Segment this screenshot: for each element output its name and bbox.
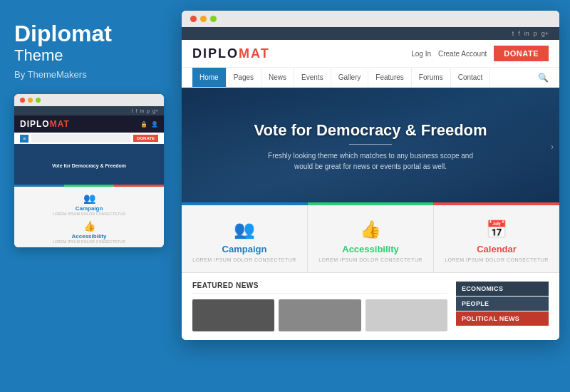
- large-accessibility-sub: LOREM IPSUM DOLOR CONSECTETUR: [315, 257, 426, 262]
- large-campaign-title: Campaign: [189, 244, 300, 254]
- small-user-icon: 👤: [151, 121, 158, 128]
- large-campaign-icon: 👥: [189, 220, 300, 239]
- theme-name: Diplomat: [14, 21, 164, 46]
- small-browser-bar: [14, 94, 164, 106]
- large-search-icon[interactable]: 🔍: [538, 73, 549, 83]
- small-site-header: DIPLOMAT 🔒 👤: [14, 115, 164, 133]
- small-features: 👥 Campaign LOREM IPSUM DOLOR CONSECTETUR…: [14, 187, 164, 247]
- large-featured-news-title: FEATURED NEWS: [192, 282, 447, 294]
- large-facebook-icon: f: [518, 30, 520, 37]
- large-hero-bar-green: [308, 202, 434, 205]
- large-nav-news[interactable]: News: [261, 68, 294, 87]
- large-gplus-icon: g+: [542, 30, 549, 37]
- large-sidebar-people[interactable]: PEOPLE: [456, 296, 549, 311]
- large-dot-yellow: [200, 16, 207, 22]
- small-feature-accessibility: 👍 Accessibility LOREM IPSUM DOLOR CONSEC…: [20, 220, 158, 244]
- small-campaign-sub: LOREM IPSUM DOLOR CONSECTETUR: [20, 212, 158, 216]
- small-logo: DIPLOMAT: [20, 119, 70, 129]
- large-linkedin-icon: in: [524, 30, 529, 37]
- large-browser-bar: [182, 11, 559, 27]
- large-nav-events[interactable]: Events: [294, 68, 331, 87]
- large-nav: Home Pages News Events Gallery Features …: [182, 68, 559, 88]
- small-pinterest-icon: p: [147, 108, 150, 113]
- small-hero-bar-blue: [14, 185, 64, 187]
- large-logo: DIPLOMAT: [192, 46, 270, 61]
- large-site-header: DIPLOMAT Log In Create Account DONATE: [182, 40, 559, 68]
- large-bottom-section: FEATURED NEWS ECONOMICS PEOPLE POLITICAL…: [182, 273, 559, 340]
- small-twitter-icon: t: [132, 108, 133, 113]
- small-dot-green: [36, 98, 41, 103]
- large-news-img-3: [366, 299, 447, 331]
- small-campaign-title: Campaign: [20, 205, 158, 212]
- large-pinterest-icon: p: [534, 30, 537, 37]
- large-header-right: Log In Create Account DONATE: [411, 46, 549, 61]
- large-hero-subtitle-line2: would be great for news or events portal…: [254, 161, 487, 172]
- large-browser-mockup: t f in p g+ DIPLOMAT Log In Create Accou…: [182, 11, 559, 340]
- small-accessibility-icon: 👍: [20, 220, 158, 232]
- large-calendar-title: Calendar: [441, 244, 552, 254]
- large-hero: Vote for Democracy & Freedom Freshly loo…: [182, 88, 559, 205]
- small-hero-bar-red: [114, 185, 164, 187]
- small-donate-button[interactable]: DONATE: [133, 135, 158, 142]
- large-featured-news: FEATURED NEWS: [192, 282, 447, 331]
- large-campaign-sub: LOREM IPSUM DOLOR CONSECTETUR: [189, 257, 300, 262]
- large-feature-campaign: 👥 Campaign LOREM IPSUM DOLOR CONSECTETUR: [182, 205, 308, 272]
- small-lock-icon: 🔒: [140, 121, 147, 128]
- large-calendar-icon: 📅: [441, 220, 552, 239]
- large-donate-button[interactable]: DONATE: [494, 46, 549, 61]
- small-browser-mockup: t f in p g+ DIPLOMAT 🔒 👤 ≡ DONATE Vote f…: [14, 94, 164, 247]
- small-hero-bar-green: [64, 185, 114, 187]
- small-dot-red: [20, 98, 25, 103]
- theme-subtitle: Theme: [14, 46, 164, 65]
- large-feature-calendar: 📅 Calendar LOREM IPSUM DOLOR CONSECTETUR: [434, 205, 559, 272]
- large-nav-features[interactable]: Features: [368, 68, 411, 87]
- small-hero-bar: [14, 185, 164, 187]
- large-nav-home[interactable]: Home: [192, 68, 227, 87]
- large-dot-red: [190, 16, 197, 22]
- small-nav-bar: ≡ DONATE: [14, 133, 164, 144]
- large-login-link[interactable]: Log In: [411, 50, 431, 58]
- small-accessibility-title: Accessibility: [20, 233, 158, 239]
- large-hero-divider: [349, 144, 392, 145]
- small-hero: Vote for Democracy & Freedom: [14, 144, 164, 187]
- large-hero-bar-blue: [182, 202, 308, 205]
- large-accessibility-icon: 👍: [315, 220, 426, 239]
- small-campaign-icon: 👥: [20, 192, 158, 204]
- large-accessibility-title: Accessibility: [315, 244, 426, 254]
- small-hero-text: Vote for Democracy & Freedom: [52, 163, 126, 168]
- large-create-account-link[interactable]: Create Account: [438, 50, 487, 58]
- large-nav-gallery[interactable]: Gallery: [331, 68, 369, 87]
- large-news-images: [192, 299, 447, 331]
- large-hero-bar: [182, 202, 559, 205]
- small-search-bar: [31, 134, 130, 143]
- small-topbar: t f in p g+: [14, 106, 164, 115]
- large-sidebar-economics[interactable]: ECONOMICS: [456, 282, 549, 296]
- large-dot-green: [210, 16, 217, 22]
- large-topbar: t f in p g+: [182, 27, 559, 40]
- left-panel: Diplomat Theme By ThemeMakers t f in p g…: [14, 21, 164, 247]
- large-sidebar: ECONOMICS PEOPLE POLITICAL NEWS: [456, 282, 549, 331]
- small-feature-campaign: 👥 Campaign LOREM IPSUM DOLOR CONSECTETUR: [20, 192, 158, 216]
- large-nav-forums[interactable]: Forums: [412, 68, 451, 87]
- large-hero-content: Vote for Democracy & Freedom Freshly loo…: [254, 121, 487, 172]
- small-hamburger-icon: ≡: [20, 135, 28, 143]
- large-hero-title: Vote for Democracy & Freedom: [254, 121, 487, 140]
- large-hero-arrow-icon[interactable]: ›: [551, 142, 554, 152]
- large-features: 👥 Campaign LOREM IPSUM DOLOR CONSECTETUR…: [182, 205, 559, 273]
- large-hero-subtitle-line1: Freshly looking theme which matches to a…: [254, 150, 487, 161]
- small-linkedin-icon: in: [140, 108, 144, 113]
- large-nav-contact[interactable]: Contact: [451, 68, 490, 87]
- small-facebook-icon: f: [136, 108, 138, 113]
- large-news-img-2: [279, 299, 361, 331]
- large-news-img-1: [192, 299, 274, 331]
- large-feature-accessibility: 👍 Accessibility LOREM IPSUM DOLOR CONSEC…: [308, 205, 434, 272]
- theme-author: By ThemeMakers: [14, 69, 164, 80]
- small-header-icons: 🔒 👤: [140, 121, 158, 128]
- small-dot-yellow: [28, 98, 33, 103]
- large-twitter-icon: t: [512, 30, 514, 37]
- large-hero-bar-red: [433, 202, 559, 205]
- large-nav-pages[interactable]: Pages: [227, 68, 261, 87]
- large-calendar-sub: LOREM IPSUM DOLOR CONSECTETUR: [441, 257, 552, 262]
- small-accessibility-sub: LOREM IPSUM DOLOR CONSECTETUR: [20, 239, 158, 244]
- large-sidebar-political-news[interactable]: POLITICAL NEWS: [456, 311, 549, 326]
